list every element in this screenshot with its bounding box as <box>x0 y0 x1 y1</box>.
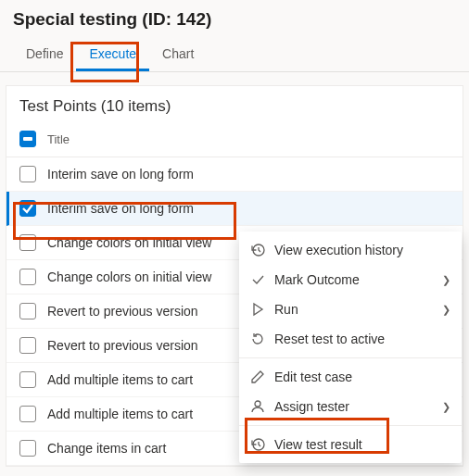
svg-marker-1 <box>254 304 262 315</box>
history-icon <box>250 437 265 452</box>
chevron-right-icon: ❯ <box>442 274 450 286</box>
row-checkbox[interactable] <box>19 440 36 457</box>
person-icon <box>250 399 265 414</box>
column-header-title[interactable]: Title <box>47 132 70 146</box>
tab-chart[interactable]: Chart <box>149 37 207 71</box>
panel-title: Test Points (10 items) <box>6 86 463 125</box>
context-menu: View execution history Mark Outcome ❯ Ru… <box>239 232 462 463</box>
row-title: Revert to previous version <box>47 338 198 353</box>
menu-assign-tester[interactable]: Assign tester ❯ <box>239 392 462 421</box>
menu-label: Mark Outcome <box>274 272 433 287</box>
row-checkbox[interactable] <box>19 234 36 251</box>
row-checkbox[interactable] <box>19 371 36 388</box>
table-row[interactable]: Interim save on long form <box>6 192 463 226</box>
menu-divider <box>239 425 462 426</box>
row-title: Add multiple items to cart <box>47 372 193 387</box>
menu-label: View test result <box>274 437 450 452</box>
list-header: Title <box>6 125 463 157</box>
row-checkbox[interactable] <box>19 200 36 217</box>
tab-bar: Define Execute Chart <box>0 37 469 72</box>
menu-label: Run <box>274 302 433 317</box>
row-checkbox[interactable] <box>19 303 36 319</box>
page-title: Special testing (ID: 142) <box>13 9 456 30</box>
menu-mark-outcome[interactable]: Mark Outcome ❯ <box>239 265 462 294</box>
history-icon <box>250 243 265 257</box>
check-icon <box>250 272 265 287</box>
menu-reset-test[interactable]: Reset test to active <box>239 324 462 354</box>
menu-view-execution-history[interactable]: View execution history <box>239 235 462 265</box>
reset-icon <box>250 332 265 346</box>
menu-view-test-result[interactable]: View test result <box>239 430 462 459</box>
menu-run[interactable]: Run ❯ <box>239 294 462 324</box>
row-title: Interim save on long form <box>47 201 194 216</box>
tab-execute[interactable]: Execute <box>76 37 149 71</box>
row-title: Revert to previous version <box>47 304 198 319</box>
chevron-right-icon: ❯ <box>442 401 450 413</box>
row-checkbox[interactable] <box>19 406 36 422</box>
row-title: Change items in cart <box>47 441 166 456</box>
row-title: Change colors on initial view <box>47 235 211 250</box>
chevron-right-icon: ❯ <box>442 304 450 316</box>
row-checkbox[interactable] <box>19 269 36 285</box>
row-checkbox[interactable] <box>19 166 36 182</box>
select-all-checkbox[interactable] <box>19 131 36 147</box>
menu-label: Edit test case <box>274 370 450 384</box>
menu-edit-test-case[interactable]: Edit test case <box>239 362 462 392</box>
menu-label: View execution history <box>274 243 450 257</box>
edit-icon <box>250 370 265 384</box>
tab-define[interactable]: Define <box>13 37 76 71</box>
row-title: Interim save on long form <box>47 167 194 182</box>
table-row[interactable]: Interim save on long form <box>6 157 463 192</box>
row-title: Add multiple items to cart <box>47 407 193 421</box>
menu-divider <box>239 357 462 358</box>
play-icon <box>250 302 265 317</box>
svg-point-2 <box>255 401 260 407</box>
row-checkbox[interactable] <box>19 337 36 354</box>
menu-label: Reset test to active <box>274 332 450 346</box>
menu-label: Assign tester <box>274 399 433 414</box>
row-title: Change colors on initial view <box>47 269 211 284</box>
